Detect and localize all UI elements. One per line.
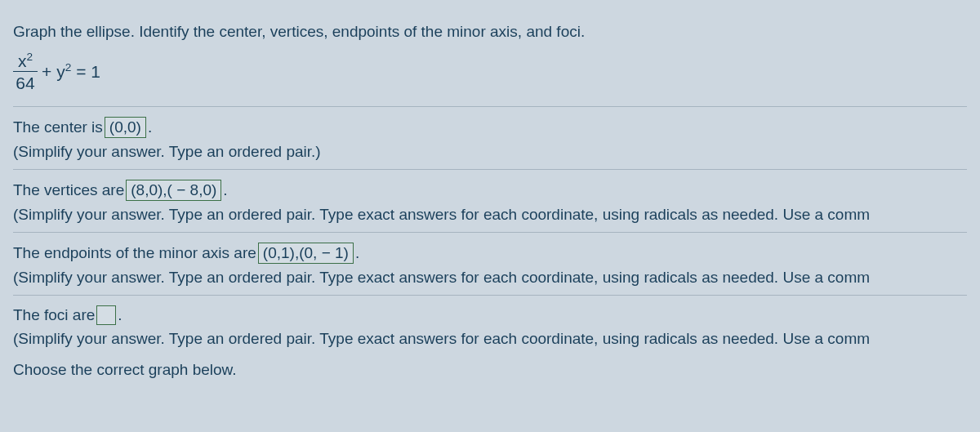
equation-row: x2 64 + y2 = 1 [13, 52, 967, 107]
graph-prompt: Choose the correct graph below. [13, 351, 967, 379]
minor-instruction: (Simplify your answer. Type an ordered p… [13, 269, 967, 287]
numerator-var: x [18, 51, 27, 70]
plus-y: + y2 = 1 [42, 62, 100, 82]
denominator: 64 [16, 72, 34, 91]
vertices-input[interactable]: (8,0),( − 8,0) [126, 180, 221, 201]
foci-section: The foci are . (Simplify your answer. Ty… [13, 296, 967, 351]
minor-period: . [355, 244, 359, 262]
equals-one: = 1 [71, 62, 100, 81]
center-input[interactable]: (0,0) [105, 117, 146, 138]
ellipse-equation: x2 64 + y2 = 1 [13, 52, 100, 91]
foci-period: . [118, 306, 122, 324]
center-label: The center is [13, 118, 103, 136]
numerator: x2 [13, 52, 38, 72]
foci-label: The foci are [13, 306, 95, 324]
numerator-exp: 2 [27, 51, 33, 63]
fraction: x2 64 [13, 52, 38, 91]
vertices-period: . [223, 181, 227, 199]
question-container: Graph the ellipse. Identify the center, … [0, 0, 980, 387]
center-section: The center is (0,0) . (Simplify your ans… [13, 107, 967, 170]
vertices-instruction: (Simplify your answer. Type an ordered p… [13, 206, 967, 224]
vertices-label: The vertices are [13, 181, 124, 199]
question-prompt: Graph the ellipse. Identify the center, … [13, 23, 967, 41]
foci-instruction: (Simplify your answer. Type an ordered p… [13, 330, 967, 348]
minor-axis-section: The endpoints of the minor axis are (0,1… [13, 233, 967, 296]
minor-input[interactable]: (0,1),(0, − 1) [258, 243, 354, 264]
minor-label: The endpoints of the minor axis are [13, 244, 256, 262]
center-instruction: (Simplify your answer. Type an ordered p… [13, 143, 967, 161]
vertices-section: The vertices are (8,0),( − 8,0) . (Simpl… [13, 170, 967, 233]
center-period: . [148, 118, 152, 136]
foci-input[interactable] [96, 305, 116, 325]
plus-y-text: + y [42, 62, 65, 81]
